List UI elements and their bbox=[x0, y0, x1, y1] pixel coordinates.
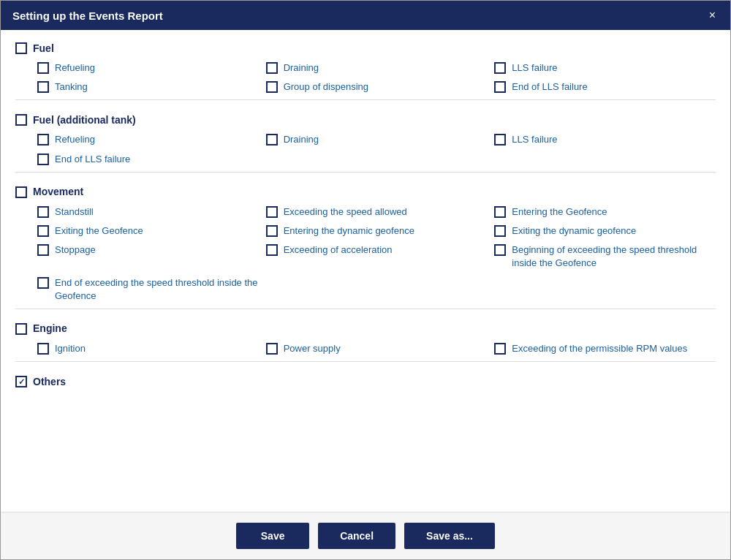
section-fuel-additional: Fuel (additional tank)RefuelingDrainingL… bbox=[15, 113, 716, 172]
checkbox-engine[interactable] bbox=[15, 323, 27, 335]
section-divider bbox=[15, 309, 716, 309]
label-ignition: Ignition bbox=[55, 342, 86, 355]
section-header-fuel-additional: Fuel (additional tank) bbox=[15, 113, 716, 126]
checkbox-fuel[interactable] bbox=[15, 42, 27, 54]
save-button[interactable]: Save bbox=[236, 523, 309, 549]
dialog-header: Setting up the Events Report × bbox=[1, 1, 730, 30]
item-refueling: Refueling bbox=[37, 61, 259, 75]
checkbox-exiting-geofence[interactable] bbox=[37, 225, 49, 237]
section-header-fuel: Fuel bbox=[15, 42, 716, 54]
label-entering-geofence: Entering the Geofence bbox=[512, 205, 607, 219]
section-divider bbox=[15, 172, 716, 173]
label-exiting-dynamic: Exiting the dynamic geofence bbox=[512, 224, 636, 238]
item-exceeding-speed: Exceeding the speed allowed bbox=[266, 205, 488, 219]
item-entering-dynamic: Entering the dynamic geofence bbox=[266, 224, 488, 238]
section-divider bbox=[15, 99, 716, 100]
section-header-engine: Engine bbox=[15, 322, 716, 335]
checkbox-stoppage[interactable] bbox=[37, 244, 49, 256]
label-beginning-exceeding: Beginning of exceeding the speed thresho… bbox=[512, 243, 716, 270]
item-refueling2: Refueling bbox=[37, 133, 259, 146]
checkbox-standstill[interactable] bbox=[37, 206, 49, 218]
label-refueling: Refueling bbox=[55, 61, 95, 75]
checkbox-ignition[interactable] bbox=[37, 343, 49, 355]
checkbox-entering-geofence[interactable] bbox=[494, 206, 506, 218]
checkbox-others[interactable] bbox=[15, 376, 27, 387]
item-lls-failure: LLS failure bbox=[494, 61, 716, 75]
label-standstill: Standstill bbox=[55, 205, 94, 219]
item-exiting-geofence: Exiting the Geofence bbox=[37, 224, 259, 238]
item-draining: Draining bbox=[266, 61, 488, 75]
checkbox-tanking[interactable] bbox=[37, 81, 49, 93]
checkbox-exceeding-speed[interactable] bbox=[266, 206, 278, 218]
label-tanking: Tanking bbox=[55, 80, 88, 94]
checkbox-end-lls-failure[interactable] bbox=[494, 81, 506, 93]
section-label-fuel: Fuel bbox=[33, 42, 54, 54]
save-as-button[interactable]: Save as... bbox=[404, 523, 495, 549]
label-refueling2: Refueling bbox=[55, 133, 95, 146]
dialog-body: FuelRefuelingDrainingLLS failureTankingG… bbox=[1, 30, 730, 512]
item-end-lls-failure: End of LLS failure bbox=[494, 80, 716, 94]
dialog: Setting up the Events Report × FuelRefue… bbox=[0, 0, 731, 560]
item-standstill: Standstill bbox=[37, 205, 259, 219]
cancel-button[interactable]: Cancel bbox=[318, 523, 395, 549]
checkbox-draining[interactable] bbox=[266, 62, 278, 74]
checkbox-power-supply[interactable] bbox=[266, 343, 278, 355]
checkbox-lls-failure2[interactable] bbox=[494, 134, 506, 145]
item-ignition: Ignition bbox=[37, 342, 259, 355]
checkbox-beginning-exceeding[interactable] bbox=[494, 244, 506, 256]
checkbox-entering-dynamic[interactable] bbox=[266, 225, 278, 237]
section-divider bbox=[15, 361, 716, 362]
label-draining: Draining bbox=[284, 61, 319, 75]
checkbox-exceeding-rpm[interactable] bbox=[494, 343, 506, 355]
checkbox-refueling2[interactable] bbox=[37, 134, 49, 145]
checkbox-group-dispensing[interactable] bbox=[266, 81, 278, 93]
item-end-exceeding: End of exceeding the speed threshold ins… bbox=[37, 276, 259, 303]
item-lls-failure2: LLS failure bbox=[494, 133, 716, 146]
checkbox-draining2[interactable] bbox=[266, 134, 278, 145]
dialog-footer: Save Cancel Save as... bbox=[1, 512, 730, 559]
label-end-lls-failure2: End of LLS failure bbox=[55, 153, 130, 166]
item-exceeding-rpm: Exceeding of the permissible RPM values bbox=[494, 342, 716, 355]
checkbox-lls-failure[interactable] bbox=[494, 62, 506, 74]
checkbox-exceeding-accel[interactable] bbox=[266, 244, 278, 256]
item-entering-geofence: Entering the Geofence bbox=[494, 205, 716, 219]
label-draining2: Draining bbox=[284, 133, 319, 146]
item-power-supply: Power supply bbox=[266, 342, 488, 355]
checkbox-refueling[interactable] bbox=[37, 62, 49, 74]
items-grid-fuel-additional: RefuelingDrainingLLS failureEnd of LLS f… bbox=[15, 133, 716, 165]
item-exceeding-accel: Exceeding of acceleration bbox=[266, 243, 488, 270]
section-engine: EngineIgnitionPower supplyExceeding of t… bbox=[15, 322, 716, 362]
section-label-engine: Engine bbox=[33, 322, 67, 334]
item-tanking: Tanking bbox=[37, 80, 259, 94]
items-grid-fuel: RefuelingDrainingLLS failureTankingGroup… bbox=[15, 61, 716, 94]
label-end-exceeding: End of exceeding the speed threshold ins… bbox=[55, 276, 259, 303]
item-group-dispensing: Group of dispensing bbox=[266, 80, 488, 94]
label-exceeding-accel: Exceeding of acceleration bbox=[284, 243, 393, 257]
checkbox-fuel-additional[interactable] bbox=[15, 114, 27, 126]
label-group-dispensing: Group of dispensing bbox=[284, 80, 368, 94]
section-label-others: Others bbox=[33, 376, 66, 387]
items-grid-engine: IgnitionPower supplyExceeding of the per… bbox=[15, 342, 716, 355]
checkbox-movement[interactable] bbox=[15, 186, 27, 198]
label-power-supply: Power supply bbox=[284, 342, 341, 355]
section-header-movement: Movement bbox=[15, 186, 716, 198]
label-lls-failure2: LLS failure bbox=[512, 133, 557, 146]
item-beginning-exceeding: Beginning of exceeding the speed thresho… bbox=[494, 243, 716, 270]
item-end-lls-failure2: End of LLS failure bbox=[37, 153, 259, 166]
label-entering-dynamic: Entering the dynamic geofence bbox=[284, 224, 414, 238]
checkbox-end-exceeding[interactable] bbox=[37, 277, 49, 289]
item-exiting-dynamic: Exiting the dynamic geofence bbox=[494, 224, 716, 238]
label-stoppage: Stoppage bbox=[55, 243, 96, 257]
label-exceeding-rpm: Exceeding of the permissible RPM values bbox=[512, 342, 687, 355]
close-button[interactable]: × bbox=[706, 8, 719, 23]
section-header-others: Others bbox=[15, 375, 716, 387]
checkbox-exiting-dynamic[interactable] bbox=[494, 225, 506, 237]
label-end-lls-failure: End of LLS failure bbox=[512, 80, 587, 94]
checkbox-end-lls-failure2[interactable] bbox=[37, 154, 49, 165]
section-label-fuel-additional: Fuel (additional tank) bbox=[33, 114, 136, 126]
item-stoppage: Stoppage bbox=[37, 243, 259, 270]
section-label-movement: Movement bbox=[33, 186, 83, 197]
section-fuel: FuelRefuelingDrainingLLS failureTankingG… bbox=[15, 42, 716, 100]
label-lls-failure: LLS failure bbox=[512, 61, 557, 75]
dialog-title: Setting up the Events Report bbox=[12, 10, 163, 22]
